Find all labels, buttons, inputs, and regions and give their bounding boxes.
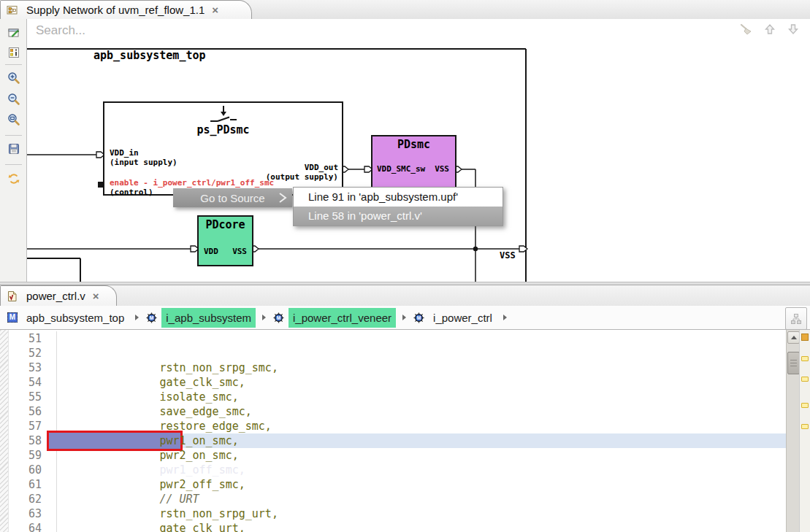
line-number: 60 <box>9 463 57 477</box>
save-icon[interactable] <box>7 142 20 155</box>
breadcrumb-label: apb_subsystem_top <box>22 308 129 328</box>
breadcrumb-item[interactable]: M M i_power_ctrl_veneer <box>272 308 413 328</box>
occurrence-marker[interactable] <box>801 356 809 361</box>
supply-network-icon <box>6 4 18 16</box>
supply-network-tabbar: Supply Network of uvm_ref_flow_1.1 × <box>0 0 810 20</box>
code-line[interactable]: 52 gate_clk_smc, <box>9 346 810 361</box>
line-number: 52 <box>9 346 57 361</box>
toolbar-separator <box>5 135 22 136</box>
submenu-arrow-icon <box>278 191 287 207</box>
block-pdsmc[interactable]: PDsmc VDD_SMC_sw VSS <box>371 135 456 190</box>
edit-properties-icon[interactable] <box>7 26 20 39</box>
instance-icon: M <box>272 312 284 323</box>
code-line[interactable]: 61 rstn_non_srpg_urt, <box>9 477 810 492</box>
line-number: 63 <box>9 506 57 521</box>
block-title: ps_PDsmc <box>104 123 342 136</box>
breadcrumb-item[interactable]: M M i_power_ctrl <box>413 308 513 328</box>
scrollbar-thumb[interactable] <box>787 352 800 374</box>
close-icon[interactable]: × <box>93 290 99 302</box>
line-number: 64 <box>9 521 57 532</box>
scroll-up-button[interactable] <box>787 331 800 344</box>
code-editor[interactable]: 51 rstn_non_srpg_smc, 52 gate_clk_smc, <box>0 330 810 532</box>
legend-icon[interactable] <box>7 46 20 59</box>
port-enable-kind: (control) <box>110 188 153 197</box>
diagram-toolbar <box>0 19 27 282</box>
code-line[interactable]: 60 // URT <box>9 463 810 477</box>
instance-icon: M <box>413 312 424 323</box>
arrow-up-icon[interactable] <box>763 23 776 39</box>
port-vss[interactable]: VSS <box>232 247 247 256</box>
caret-up-icon <box>791 336 797 339</box>
module-icon: M <box>7 312 18 323</box>
code-line[interactable]: 51 rstn_non_srpg_smc, <box>9 331 810 346</box>
zoom-fit-icon[interactable] <box>7 113 20 126</box>
annotation-ruler[interactable] <box>0 330 9 532</box>
svg-text:M: M <box>416 315 421 320</box>
vss-net-label: VSS <box>500 250 516 261</box>
zoom-out-icon[interactable] <box>7 93 20 106</box>
context-menu-item[interactable]: Line 91 in 'apb_subsystem.upf' <box>294 188 503 207</box>
breadcrumb-item[interactable]: M M apb_subsystem_top <box>7 308 145 328</box>
chevron-right-icon <box>262 315 266 320</box>
svg-text:M: M <box>276 315 280 320</box>
line-number: 54 <box>9 375 57 390</box>
occurrence-marker[interactable] <box>801 403 809 408</box>
line-number: 56 <box>9 404 57 419</box>
block-pdcore[interactable]: PDcore VDD VSS <box>197 215 253 266</box>
port-vss[interactable]: VSS <box>435 164 449 174</box>
breadcrumb-label: i_power_ctrl_veneer <box>289 308 396 328</box>
tab-power-ctrl-v[interactable]: power_ctrl.v × <box>0 285 117 306</box>
block-title: PDsmc <box>372 138 455 151</box>
block-title: PDcore <box>199 218 252 231</box>
search-input[interactable] <box>27 23 738 38</box>
context-menu-item[interactable]: Line 58 in 'power_ctrl.v' <box>294 207 503 225</box>
close-icon[interactable]: × <box>212 4 218 16</box>
search-actions <box>738 23 810 39</box>
code-line[interactable]: 54 save_edge_smc, <box>9 375 810 390</box>
editor-tabbar: power_ctrl.v × <box>0 285 810 306</box>
toolbar-separator <box>5 64 22 65</box>
port-vdd[interactable]: VDD <box>204 247 218 256</box>
occurrence-marker[interactable] <box>801 424 809 429</box>
chevron-right-icon <box>503 315 507 320</box>
breadcrumb-item[interactable]: M M i_apb_subsystem <box>145 308 272 328</box>
block-ps-pdsmc[interactable]: ps_PDsmc VDD_in (input supply) enable - … <box>103 101 343 196</box>
code-line[interactable]: 58 pwr1_off_smc, <box>9 433 810 448</box>
port-vdd-out[interactable]: VDD_out <box>305 163 338 172</box>
overview-ruler[interactable] <box>799 330 810 532</box>
code-line[interactable]: 56 pwr1_on_smc, <box>9 404 810 419</box>
code-text: rstn_non_srpg_smc, <box>57 331 786 346</box>
code-line[interactable]: 64 save_edge_urt, <box>9 521 810 532</box>
arrow-down-icon[interactable] <box>787 23 800 39</box>
code-line[interactable]: 53 isolate_smc, <box>9 361 810 375</box>
port-vdd-out-kind: (output supply) <box>266 172 338 182</box>
menu-label: Go to Source <box>200 192 264 204</box>
verilog-file-icon <box>6 290 18 302</box>
chevron-right-icon <box>402 315 406 320</box>
port-vdd-smc-sw[interactable]: VDD_SMC_sw <box>377 164 425 174</box>
instance-icon: M <box>145 312 157 323</box>
occurrence-marker[interactable] <box>801 377 809 382</box>
line-number: 51 <box>9 331 57 346</box>
code-line[interactable]: 63 isolate_urt, <box>9 506 810 521</box>
code-line[interactable]: 62 gate_clk_urt, <box>9 492 810 506</box>
overview-header-marker[interactable] <box>801 334 809 341</box>
line-number: 55 <box>9 390 57 404</box>
refresh-icon[interactable] <box>7 172 20 185</box>
supply-network-canvas[interactable]: apb_subsystem_top ps_PDsmc VDD_in (input… <box>27 42 810 282</box>
clear-highlight-icon[interactable] <box>738 23 753 39</box>
zoom-in-icon[interactable] <box>7 72 20 85</box>
breadcrumb-label: i_power_ctrl <box>429 308 497 328</box>
code-line[interactable]: 55 restore_edge_smc, <box>9 390 810 404</box>
port-enable[interactable]: enable - i_power_ctrl/pwr1_off_smc <box>110 178 274 188</box>
search-bar <box>27 19 810 43</box>
line-number: 62 <box>9 492 57 506</box>
code-text: gate_clk_smc, <box>57 346 786 361</box>
tab-title: power_ctrl.v <box>26 290 85 302</box>
context-menu-go-to-source[interactable]: Go to Source <box>173 188 292 207</box>
application-window: Supply Network of uvm_ref_flow_1.1 × <box>0 0 810 532</box>
port-vdd-in[interactable]: VDD_in <box>110 148 139 158</box>
show-hierarchy-button[interactable] <box>785 307 807 330</box>
tab-supply-network[interactable]: Supply Network of uvm_ref_flow_1.1 × <box>0 0 252 19</box>
vertical-scrollbar[interactable] <box>786 330 799 532</box>
